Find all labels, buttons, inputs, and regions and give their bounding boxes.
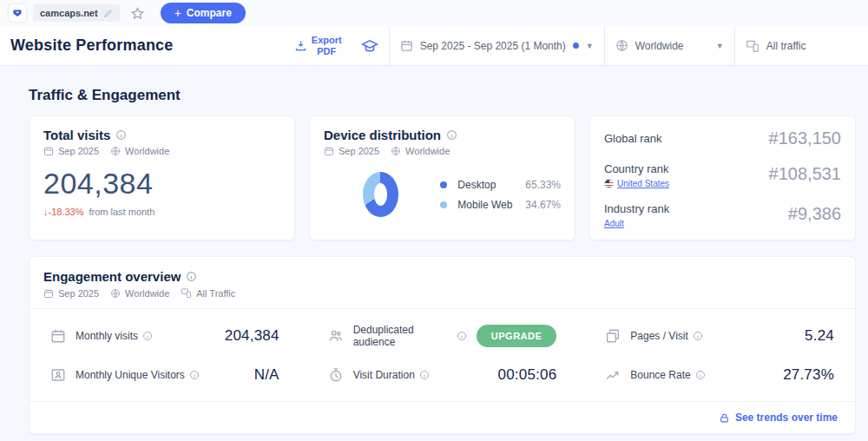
total-visits-region: Worldwide [125, 146, 169, 156]
topbar: camcaps.net + Compare [0, 0, 868, 26]
site-favicon [9, 4, 26, 22]
total-visits-card: Total visits Sep 2025 Worldwide 204,384 … [29, 115, 295, 240]
calendar-icon [400, 39, 413, 52]
legend-dot-desktop [440, 181, 447, 188]
date-range-selector[interactable]: Sep 2025 - Sep 2025 (1 Month) ▼ [389, 26, 604, 65]
country-rank-value: #108,531 [769, 164, 841, 184]
info-icon[interactable] [186, 271, 197, 282]
info-icon[interactable] [189, 370, 200, 380]
country-rank-link[interactable]: United States [617, 179, 669, 188]
total-visits-title: Total visits [43, 128, 110, 142]
legend-dot-mobile [440, 201, 447, 208]
metric-bounce-rate: Bounce Rate 27.73% [605, 355, 834, 394]
metric-label: Visit Duration [353, 369, 415, 381]
region-value: Worldwide [635, 40, 684, 52]
info-icon[interactable] [446, 129, 457, 141]
metric-visit-duration: Visit Duration 00:05:06 [328, 355, 557, 394]
chevron-down-icon: ▼ [586, 42, 594, 50]
stopwatch-icon [328, 367, 344, 383]
info-icon[interactable] [695, 370, 706, 380]
rank-card: Global rank #163,150 Country rank United… [589, 115, 856, 240]
favorite-star-icon[interactable] [130, 6, 145, 21]
metric-pages-per-visit: Pages / Visit 5.24 [605, 316, 834, 355]
traffic-type-selector[interactable]: All traffic [734, 26, 868, 65]
info-icon[interactable] [457, 331, 467, 341]
edit-pencil-icon[interactable] [103, 9, 113, 18]
calendar-icon [43, 288, 54, 299]
page-header: Website Performance Export PDF Sep 2025 … [0, 26, 868, 66]
pages-icon [605, 328, 621, 344]
metric-label: Monthly visits [76, 330, 138, 342]
person-card-icon [50, 367, 66, 383]
calendar-icon [324, 146, 334, 156]
industry-rank-label: Industry rank [604, 202, 669, 215]
learn-button[interactable] [351, 26, 389, 65]
section-title: Traffic & Engagement [29, 87, 856, 104]
industry-rank-link[interactable]: Adult [604, 219, 624, 228]
devices-icon [746, 39, 760, 53]
export-pdf-button[interactable]: Export PDF [286, 26, 351, 65]
legend-item-mobile: Mobile Web 34.67% [440, 199, 561, 211]
calendar-icon [43, 146, 54, 156]
metric-deduplicated-audience: Deduplicated audience UPGRADE [328, 316, 557, 355]
device-donut-chart[interactable] [363, 172, 398, 217]
globe-icon [110, 146, 121, 156]
globe-icon [391, 146, 401, 156]
total-visits-value: 204,384 [43, 167, 280, 201]
metric-label: Bounce Rate [630, 369, 690, 381]
device-legend: Desktop 65.33% Mobile Web 34.67% [440, 179, 561, 211]
globe-icon [615, 39, 628, 52]
domain-name: camcaps.net [40, 8, 98, 18]
site-favicon-icon [12, 8, 23, 18]
device-distribution-title: Device distribution [324, 128, 441, 142]
legend-label: Mobile Web [457, 199, 525, 211]
chevron-down-icon: ▼ [716, 42, 724, 50]
region-selector[interactable]: Worldwide ▼ [604, 26, 734, 65]
metric-label: Deduplicated audience [353, 324, 452, 348]
data-freshness-dot [573, 43, 579, 49]
global-rank-label: Global rank [604, 132, 661, 145]
engagement-overview-card: Engagement overview Sep 2025 Worldwide [29, 256, 856, 434]
info-icon[interactable] [142, 331, 153, 341]
domain-chip[interactable]: camcaps.net [33, 4, 120, 22]
upgrade-button[interactable]: UPGRADE [477, 325, 557, 347]
engagement-metrics-grid: Monthly visits 204,384 Deduplicated audi… [30, 309, 855, 401]
engagement-date: Sep 2025 [58, 288, 99, 299]
engagement-region: Worldwide [125, 288, 169, 299]
traffic-type-value: All traffic [766, 40, 806, 52]
metric-value: 204,384 [225, 327, 279, 345]
industry-rank-value: #9,386 [788, 204, 841, 224]
date-range-value: Sep 2025 - Sep 2025 (1 Month) [420, 40, 566, 52]
compare-button[interactable]: + Compare [161, 3, 246, 23]
visits-change-value: ↓-18.33% [43, 207, 83, 217]
info-icon[interactable] [693, 331, 703, 341]
devices-icon [181, 287, 192, 299]
see-trends-link[interactable]: See trends over time [30, 402, 855, 433]
globe-icon [110, 288, 121, 299]
us-flag-icon [604, 179, 614, 188]
metric-label: Pages / Visit [630, 330, 687, 342]
people-icon [328, 328, 344, 344]
metric-value: 27.73% [783, 366, 834, 384]
metric-monthly-unique-visitors: Monthly Unique Visitors N/A [50, 355, 279, 394]
global-rank-value: #163,150 [769, 128, 841, 148]
legend-label: Desktop [457, 179, 525, 191]
legend-item-desktop: Desktop 65.33% [440, 179, 561, 191]
device-distribution-region: Worldwide [405, 146, 450, 156]
device-distribution-card: Device distribution Sep 2025 Worldwide [309, 115, 575, 240]
compare-button-label: Compare [187, 7, 232, 19]
export-pdf-label: Export PDF [312, 35, 342, 56]
calendar-icon [50, 328, 66, 344]
info-icon[interactable] [115, 129, 127, 141]
visits-change-note: from last month [89, 207, 155, 217]
metric-monthly-visits: Monthly visits 204,384 [50, 316, 279, 355]
page-title: Website Performance [0, 26, 174, 65]
engagement-title: Engagement overview [43, 269, 181, 284]
metric-value: 5.24 [805, 327, 834, 345]
info-icon[interactable] [419, 370, 430, 380]
total-visits-date: Sep 2025 [58, 146, 99, 156]
lock-icon [719, 412, 730, 424]
metric-value: 00:05:06 [498, 366, 557, 384]
summary-cards-row: Total visits Sep 2025 Worldwide 204,384 … [29, 115, 856, 240]
see-trends-label: See trends over time [735, 411, 838, 424]
